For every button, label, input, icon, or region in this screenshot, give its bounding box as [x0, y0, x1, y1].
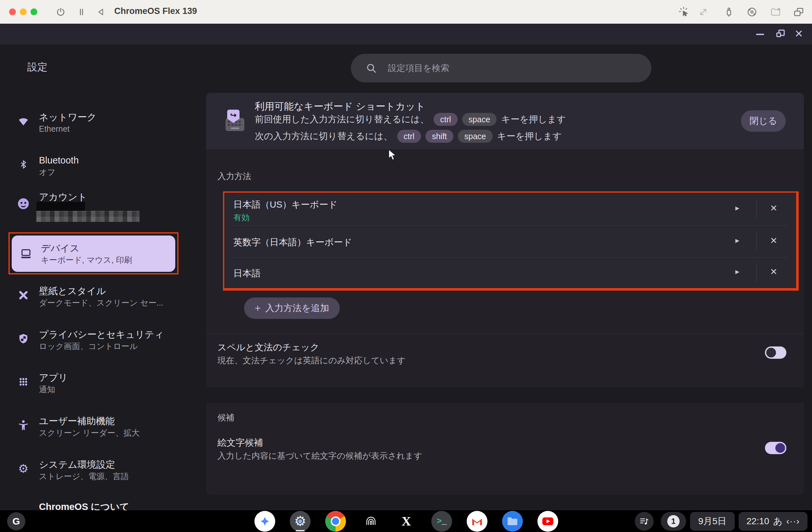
- mac-minimize-button[interactable]: [20, 9, 27, 15]
- close-shortcut-card-button[interactable]: 閉じる: [741, 110, 786, 132]
- vm-usb-icon[interactable]: [723, 6, 735, 18]
- sidebar-item-title: ネットワーク: [39, 111, 97, 123]
- sidebar-item-subtitle: 通知: [39, 384, 68, 395]
- input-methods-label: 入力方法: [217, 171, 251, 182]
- sidebar-item-wallpaper[interactable]: 壁紙とスタイル ダークモード、スクリーン セー...: [16, 285, 188, 308]
- mac-close-button[interactable]: [9, 9, 16, 15]
- launcher-icon[interactable]: [255, 511, 275, 532]
- input-method-row-japanese[interactable]: 日本語 ▶ ✕: [224, 257, 796, 288]
- status-tray[interactable]: 22:10 あ ‹··›: [739, 512, 808, 531]
- sidebar-item-title: Bluetooth: [39, 154, 79, 166]
- gmail-icon[interactable]: [467, 511, 488, 532]
- add-input-method-button[interactable]: + 入力方法を追加: [244, 297, 340, 319]
- vm-display-windows-icon[interactable]: [793, 6, 805, 18]
- input-method-row-japanese-us[interactable]: 日本語（US）キーボード 有効 ▶ ✕: [224, 193, 796, 226]
- sidebar-item-subtitle: ロック画面、コントロール: [39, 341, 164, 352]
- emoji-suggestion-subtitle: 入力した内容に基づいて絵文字の候補が表示されます: [217, 450, 422, 462]
- accessibility-icon: [16, 418, 30, 432]
- input-switch-keyboard-icon: ↪: [223, 109, 246, 133]
- main-panel: ↪ 利用可能なキーボード ショートカット 前回使用した入力方法に切り替えるには、…: [206, 93, 804, 495]
- redaction-mosaic: [37, 211, 140, 222]
- wallpaper-style-icon: [16, 288, 30, 302]
- sidebar-item-privacy[interactable]: プライバシーとセキュリティ ロック画面、コントロール: [16, 328, 188, 352]
- window-restore-button[interactable]: [775, 29, 785, 39]
- suggestions-label: 候補: [217, 412, 234, 423]
- shortcut-line-2: 次の入力方法に切り替えるには、 ctrl shift space キーを押します: [255, 129, 562, 143]
- section-divider: [206, 334, 804, 334]
- avatar: [16, 196, 30, 211]
- plus-icon: +: [255, 302, 261, 314]
- sidebar-item-network[interactable]: ネットワーク Ethernet: [16, 111, 188, 134]
- window-minimize-button[interactable]: [756, 33, 765, 35]
- input-method-row-alphanumeric[interactable]: 英数字（日本語）キーボード ▶ ✕: [224, 226, 796, 257]
- expand-arrow-icon[interactable]: ▶: [730, 237, 744, 243]
- settings-search[interactable]: [351, 54, 651, 83]
- terminal-icon[interactable]: >_: [431, 511, 452, 532]
- section-gap: [206, 387, 804, 403]
- shortcut-line2-suffix: キーを押します: [497, 130, 562, 143]
- remove-input-method-icon[interactable]: ✕: [766, 236, 781, 246]
- search-icon: [366, 63, 377, 74]
- apps-grid-icon: [16, 375, 30, 389]
- spellcheck-subtitle: 現在、文法チェックは英語にのみ対応しています: [217, 355, 406, 366]
- chrome-icon[interactable]: [325, 511, 346, 532]
- sidebar-item-title: デバイス: [41, 242, 132, 254]
- vm-pause-icon[interactable]: [75, 6, 88, 18]
- remove-input-method-icon[interactable]: ✕: [766, 267, 781, 277]
- shield-icon: [16, 331, 30, 346]
- row-divider: [756, 232, 757, 251]
- files-app-icon[interactable]: [502, 511, 523, 532]
- key-chip-shift: shift: [425, 130, 453, 143]
- expand-arrow-icon[interactable]: ▶: [730, 269, 744, 275]
- vm-title: ChromeOS Flex 139: [114, 6, 197, 16]
- vm-disc-icon[interactable]: [746, 6, 758, 18]
- laptop-icon: [19, 247, 33, 261]
- sidebar-item-accessibility[interactable]: ユーザー補助機能 スクリーン リーダー、拡大: [16, 415, 188, 438]
- emoji-suggestion-toggle[interactable]: [765, 442, 786, 454]
- remove-input-method-icon[interactable]: ✕: [766, 203, 781, 213]
- ime-indicator: あ: [773, 515, 782, 528]
- window-close-button[interactable]: ✕: [795, 28, 803, 40]
- input-method-list: 日本語（US）キーボード 有効 ▶ ✕ 英数字（日本語）キーボード ▶ ✕ 日本…: [223, 191, 797, 289]
- date-pill[interactable]: 9月5日: [690, 512, 735, 531]
- vm-capture-cursor-icon[interactable]: [678, 6, 690, 18]
- media-controls-button[interactable]: [635, 512, 654, 531]
- search-input[interactable]: [388, 63, 615, 73]
- shortcut-card-title: 利用可能なキーボード ショートカット: [255, 100, 425, 113]
- sidebar-item-subtitle: ストレージ、電源、言語: [39, 471, 129, 482]
- sidebar-item-apps[interactable]: アプリ 通知: [16, 371, 188, 395]
- input-method-status: 有効: [233, 212, 250, 223]
- sidebar-item-device[interactable]: デバイス キーボード, マウス, 印刷: [12, 236, 175, 272]
- vm-fullscreen-icon[interactable]: [697, 6, 709, 18]
- shortcut-line-1: 前回使用した入力方法に切り替えるには、 ctrl space キーを押します: [255, 112, 566, 127]
- bluetooth-icon: [16, 157, 30, 172]
- sidebar-item-title: ユーザー補助機能: [39, 415, 140, 427]
- shortcut-line2-prefix: 次の入力方法に切り替えるには、: [255, 130, 393, 143]
- notification-counter[interactable]: 1: [661, 512, 686, 531]
- screen: ChromeOS Flex 139 ✕ 設定: [0, 0, 812, 532]
- youtube-icon[interactable]: [537, 511, 558, 532]
- google-g-launcher[interactable]: G: [7, 512, 25, 530]
- toggle-knob: [766, 348, 776, 357]
- vm-shared-folder-icon[interactable]: [769, 6, 782, 18]
- keyboard-shortcut-card: ↪ 利用可能なキーボード ショートカット 前回使用した入力方法に切り替えるには、…: [206, 93, 804, 150]
- expand-arrow-icon[interactable]: ▶: [730, 205, 744, 211]
- x-twitter-icon[interactable]: X: [396, 511, 417, 532]
- shortcut-line1-suffix: キーを押します: [501, 113, 566, 125]
- sidebar-item-subtitle: キーボード, マウス, 印刷: [41, 254, 132, 265]
- clock-label: 22:10: [746, 516, 769, 527]
- redaction-block: [37, 202, 85, 211]
- vm-power-icon[interactable]: [55, 6, 67, 18]
- sidebar-item-subtitle: スクリーン リーダー、拡大: [39, 427, 140, 438]
- arc-reader-app-icon[interactable]: [361, 511, 381, 532]
- settings-app-icon[interactable]: ⚙: [290, 511, 310, 532]
- shortcut-line1-prefix: 前回使用した入力方法に切り替えるには、: [255, 113, 429, 125]
- sidebar-item-title: 壁紙とスタイル: [39, 285, 163, 297]
- sidebar-item-system-preferences[interactable]: ⚙ システム環境設定 ストレージ、電源、言語: [16, 458, 188, 482]
- wifi-icon: [16, 114, 30, 129]
- vm-restart-icon[interactable]: [95, 6, 107, 18]
- toggle-knob: [775, 443, 785, 453]
- mac-zoom-button[interactable]: [30, 9, 37, 15]
- spellcheck-toggle[interactable]: [765, 346, 786, 359]
- sidebar-item-bluetooth[interactable]: Bluetooth オフ: [16, 154, 188, 177]
